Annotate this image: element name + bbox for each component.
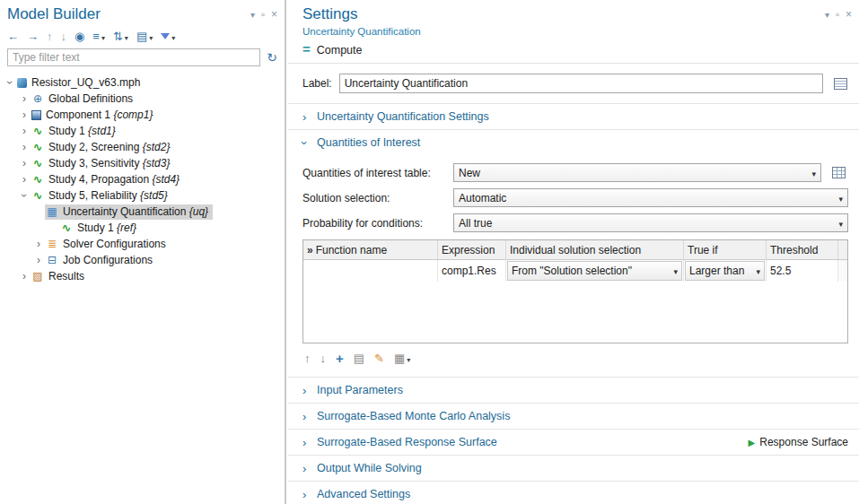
add-row-button[interactable] [336, 351, 344, 366]
tree-expander-icon[interactable] [32, 238, 45, 250]
tree-item-job-configurations[interactable]: Job Configurations [0, 252, 285, 268]
columns-button[interactable] [136, 30, 153, 43]
true-if-dropdown[interactable]: Larger than [684, 260, 767, 282]
load-save-table-button[interactable] [394, 352, 410, 365]
section-header-quantities-of-interest[interactable]: Quantities of Interest [288, 130, 859, 155]
response-surface-action[interactable]: Response Surface [749, 436, 848, 448]
tree-expander-icon[interactable] [18, 173, 31, 186]
tree-item-study-1[interactable]: Study 1 {ref} [0, 220, 285, 236]
tree-expander-icon[interactable] [18, 189, 31, 202]
expression-cell[interactable]: comp1.Res [438, 260, 506, 282]
qoi-col-header-label: Individual solution selection [510, 244, 641, 256]
job-icon [46, 254, 58, 266]
section-title: Surrogate-Based Monte Carlo Analysis [317, 410, 510, 422]
threshold-cell[interactable]: 52.5 [767, 260, 838, 282]
tree-item-study-4-propagation[interactable]: Study 4, Propagation {std4} [0, 171, 285, 187]
true-if-dropdown[interactable]: Larger than [685, 261, 765, 281]
tree-item-study-2-screening[interactable]: Study 2, Screening {std2} [0, 139, 285, 155]
section-header-surrogate-response-surface[interactable]: Surrogate-Based Response Surface Respons… [288, 430, 859, 455]
move-row-up-button[interactable] [304, 352, 311, 365]
play-icon [749, 436, 756, 448]
tree-item-uncertainty-quantification[interactable]: Uncertainty Quantification {uq} [0, 204, 285, 220]
probability-for-conditions-dropdown[interactable]: All true [453, 213, 848, 232]
show-button[interactable] [75, 30, 84, 42]
model-builder-panel: Model Builder Resistor_UQ_v63.mphGlobal … [0, 0, 286, 504]
dropdown-value: Automatic [459, 192, 838, 204]
forward-button[interactable] [27, 30, 39, 42]
model-builder-toolbar [0, 25, 285, 47]
quantities-of-interest-body: Quantities of interest table: New Soluti… [288, 155, 859, 377]
panel-menu-icon[interactable] [250, 10, 255, 20]
quantities-of-interest-table-dropdown[interactable]: New [453, 163, 821, 182]
move-up-button[interactable] [47, 30, 53, 42]
function-name-cell[interactable] [303, 260, 438, 282]
chevron-down-icon [101, 30, 105, 43]
filter-input[interactable] [7, 48, 260, 66]
panel-float-icon[interactable] [836, 9, 839, 20]
rename-icon [834, 78, 847, 90]
edit-button[interactable] [374, 352, 384, 365]
study-icon [60, 222, 73, 234]
chevron-right-icon [302, 462, 311, 475]
tree-item-tag: {std5} [137, 189, 168, 202]
move-row-down-button[interactable] [320, 352, 327, 365]
sort-button[interactable] [113, 30, 128, 43]
new-table-icon [832, 167, 846, 178]
tree-item-resistor-uq-v63-mph[interactable]: Resistor_UQ_v63.mph [0, 74, 285, 91]
refresh-icon[interactable] [267, 50, 277, 65]
section-title: Uncertainty Quantification Settings [317, 110, 489, 123]
qoi-row-spare-cell [838, 260, 847, 282]
tree-expander-icon[interactable] [32, 254, 45, 266]
tree-item-study-1[interactable]: Study 1 {std1} [0, 123, 285, 139]
compute-label: Compute [317, 44, 363, 56]
back-button[interactable] [7, 30, 19, 42]
globe-icon [31, 92, 44, 105]
tree-expander-icon[interactable] [18, 125, 31, 137]
tree-item-study-3-sensitivity[interactable]: Study 3, Sensitivity {std3} [0, 155, 285, 171]
tree-expander-icon[interactable] [18, 157, 31, 169]
move-down-button[interactable] [61, 30, 67, 42]
tree-expander-icon[interactable] [18, 270, 31, 282]
tree-item-tag: {uq} [186, 205, 208, 218]
chevron-down-icon [407, 352, 410, 365]
create-new-table-button[interactable] [828, 164, 848, 182]
tree-item-study-5-reliability[interactable]: Study 5, Reliability {std5} [0, 187, 285, 204]
tree-item-component-1[interactable]: Component 1 {comp1} [0, 107, 285, 123]
section-header-advanced-settings[interactable]: Advanced Settings [288, 482, 859, 504]
tree-expander-icon[interactable] [18, 141, 31, 153]
tree-expander-icon[interactable] [18, 109, 31, 121]
chevron-right-icon [302, 488, 311, 501]
qoi-table-row: comp1.ResFrom "Solution selection"Larger… [303, 260, 847, 282]
section-header-input-parameters[interactable]: Input Parameters [288, 378, 859, 403]
tree-item-label: Study 3, Sensitivity {std3} [48, 157, 170, 169]
tree-expander-icon[interactable] [18, 92, 31, 105]
probability-conditions-field-row: Probability for conditions: All true [302, 213, 848, 232]
tree-item-solver-configurations[interactable]: Solver Configurations [0, 236, 285, 252]
panel-close-icon[interactable] [271, 8, 277, 21]
section-header-output-while-solving[interactable]: Output While Solving [288, 456, 859, 481]
section-header-uq-settings[interactable]: Uncertainty Quantification Settings [288, 104, 859, 129]
filter-button[interactable] [161, 30, 175, 43]
panel-float-icon[interactable] [261, 9, 265, 20]
tree-item-tag: {std4} [149, 173, 180, 186]
tree-item-global-definitions[interactable]: Global Definitions [0, 91, 285, 107]
compute-button[interactable]: Compute [288, 39, 859, 64]
study-icon [31, 157, 44, 169]
section-header-surrogate-monte-carlo[interactable]: Surrogate-Based Monte Carlo Analysis [288, 404, 859, 429]
rename-button[interactable] [830, 74, 850, 92]
tree-item-results[interactable]: Results [0, 268, 285, 284]
panel-close-icon[interactable] [846, 8, 852, 21]
panel-menu-icon[interactable] [825, 10, 829, 20]
qoi-table-label: Quantities of interest table: [302, 167, 446, 179]
qoi-table-empty-area [303, 282, 847, 343]
clear-table-button[interactable] [354, 352, 364, 365]
model-tree-node-text-button[interactable] [92, 30, 105, 43]
settings-subtitle[interactable]: Uncertainty Quantification [288, 25, 859, 39]
solution-selection-dropdown[interactable]: Automatic [453, 188, 848, 207]
individual-solution-selection-dropdown[interactable]: From "Solution selection" [506, 260, 684, 282]
tree-expander-icon[interactable] [4, 76, 16, 89]
settings-window-icons [825, 8, 852, 21]
label-input[interactable] [339, 74, 823, 93]
individual-solution-selection-dropdown[interactable]: From "Solution selection" [507, 261, 682, 281]
row-marker-icon [307, 244, 313, 256]
